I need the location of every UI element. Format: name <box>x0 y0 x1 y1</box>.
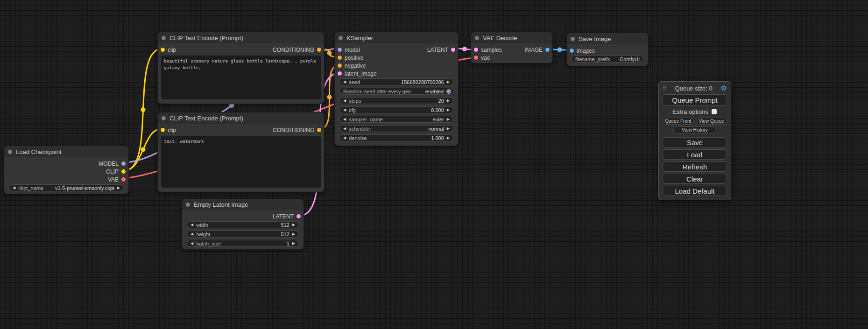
clear-button[interactable]: Clear <box>663 174 727 184</box>
vae-pin-dot[interactable] <box>474 56 478 60</box>
ckpt-name-widget[interactable]: ◀ ckpt_name v1-5-pruned-emaonly.ckpt ▶ <box>9 184 124 191</box>
model-pin-dot[interactable] <box>121 161 126 166</box>
collapse-dot-icon[interactable] <box>186 203 190 207</box>
collapse-dot-icon[interactable] <box>8 150 12 154</box>
decrement-arrow-icon[interactable]: ◀ <box>343 127 346 131</box>
output-pin-clip[interactable]: CLIP <box>106 168 126 175</box>
latent-pin-dot[interactable] <box>296 214 301 218</box>
node-load-checkpoint[interactable]: Load Checkpoint MODEL CLIP VAE <box>4 146 129 194</box>
height-widget[interactable]: ◀ height 512 ▶ <box>187 231 299 238</box>
decrement-arrow-icon[interactable]: ◀ <box>191 223 193 227</box>
node-ksampler[interactable]: KSampler model LATENT positive <box>334 32 459 146</box>
input-pin-vae[interactable]: vae <box>474 55 490 61</box>
increment-arrow-icon[interactable]: ▶ <box>292 223 295 227</box>
latent-pin-dot[interactable] <box>474 48 478 52</box>
decrement-arrow-icon[interactable]: ◀ <box>343 80 346 84</box>
increment-arrow-icon[interactable]: ▶ <box>447 127 450 131</box>
save-button[interactable]: Save <box>663 137 727 147</box>
input-pin-model[interactable]: model <box>338 47 360 53</box>
node-title-bar[interactable]: Save Image <box>567 33 648 44</box>
node-title-bar[interactable]: Empty Latent Image <box>182 199 303 210</box>
vae-pin-dot[interactable] <box>121 177 126 182</box>
output-pin-latent[interactable]: LATENT <box>427 47 455 53</box>
clip-pin-dot[interactable] <box>161 48 165 52</box>
collapse-dot-icon[interactable] <box>475 36 479 40</box>
clip-pin-dot[interactable] <box>161 128 165 132</box>
increment-arrow-icon[interactable]: ▶ <box>292 242 295 245</box>
view-queue-button[interactable]: View Queue <box>696 118 727 125</box>
decrement-arrow-icon[interactable]: ◀ <box>191 242 193 245</box>
decrement-arrow-icon[interactable]: ◀ <box>343 136 346 140</box>
increment-arrow-icon[interactable]: ▶ <box>447 108 450 112</box>
input-pin-images[interactable]: images <box>570 48 595 54</box>
input-pin-negative[interactable]: negative <box>338 63 366 69</box>
clip-pin-dot[interactable] <box>121 169 126 174</box>
input-pin-latent-image[interactable]: latent_image <box>338 70 377 77</box>
latent-pin-dot[interactable] <box>338 71 342 76</box>
conditioning-pin-dot[interactable] <box>317 48 321 52</box>
drag-handle-icon[interactable]: ⠿ <box>663 85 667 91</box>
node-save-image[interactable]: Save Image images filename_prefix ComfyU… <box>566 33 649 66</box>
output-pin-vae[interactable]: VAE <box>108 176 126 183</box>
cfg-widget[interactable]: ◀ cfg 8.000 ▶ <box>339 106 453 113</box>
output-pin-model[interactable]: MODEL <box>99 161 126 167</box>
decrement-arrow-icon[interactable]: ◀ <box>343 108 346 112</box>
increment-arrow-icon[interactable]: ▶ <box>447 99 450 103</box>
node-title-bar[interactable]: VAE Decode <box>471 32 552 43</box>
sampler-name-widget[interactable]: ◀ sampler_name euler ▶ <box>339 116 453 123</box>
latent-pin-dot[interactable] <box>451 48 455 52</box>
node-title-bar[interactable]: CLIP Text Encode (Prompt) <box>158 32 324 43</box>
collapse-dot-icon[interactable] <box>571 37 575 41</box>
decrement-arrow-icon[interactable]: ◀ <box>191 232 193 236</box>
width-widget[interactable]: ◀ width 512 ▶ <box>187 221 299 228</box>
output-pin-image[interactable]: IMAGE <box>524 47 550 53</box>
extra-options-checkbox[interactable] <box>712 109 717 114</box>
decrement-arrow-icon[interactable]: ◀ <box>13 186 15 190</box>
output-pin-conditioning[interactable]: CONDITIONING <box>273 127 321 133</box>
collapse-dot-icon[interactable] <box>339 36 343 40</box>
increment-arrow-icon[interactable]: ▶ <box>292 232 295 236</box>
increment-arrow-icon[interactable]: ▶ <box>447 80 450 84</box>
batch-size-widget[interactable]: ◀ batch_size 1 ▶ <box>187 240 299 247</box>
collapse-dot-icon[interactable] <box>162 116 166 120</box>
toggle-knob-icon[interactable] <box>446 89 451 94</box>
steps-widget[interactable]: ◀ steps 20 ▶ <box>339 97 453 104</box>
node-title-bar[interactable]: KSampler <box>335 32 458 43</box>
node-title-bar[interactable]: CLIP Text Encode (Prompt) <box>158 112 324 124</box>
output-pin-latent[interactable]: LATENT <box>273 213 301 220</box>
input-pin-positive[interactable]: positive <box>338 55 364 61</box>
positive-prompt-input[interactable]: beautiful scenery nature glass bottle la… <box>161 56 321 99</box>
seed-widget[interactable]: ◀ seed 156680208700286 ▶ <box>339 78 453 85</box>
node-clip-text-encode-negative[interactable]: CLIP Text Encode (Prompt) clip CONDITION… <box>157 112 325 192</box>
output-pin-conditioning[interactable]: CONDITIONING <box>273 47 321 53</box>
input-pin-clip[interactable]: clip <box>161 127 176 133</box>
increment-arrow-icon[interactable]: ▶ <box>447 136 450 140</box>
image-pin-dot[interactable] <box>545 48 550 52</box>
load-button[interactable]: Load <box>663 149 727 160</box>
conditioning-pin-dot[interactable] <box>338 56 342 60</box>
collapse-dot-icon[interactable] <box>162 36 166 40</box>
conditioning-pin-dot[interactable] <box>338 63 342 68</box>
increment-arrow-icon[interactable]: ▶ <box>447 118 450 121</box>
decrement-arrow-icon[interactable]: ◀ <box>343 118 346 121</box>
view-history-button[interactable]: View History <box>673 126 716 133</box>
scheduler-widget[interactable]: ◀ scheduler normal ▶ <box>339 125 453 132</box>
input-pin-clip[interactable]: clip <box>161 47 176 53</box>
image-pin-dot[interactable] <box>570 49 574 53</box>
settings-gear-icon[interactable]: ⚙ <box>721 84 727 92</box>
filename-prefix-widget[interactable]: filename_prefix ComfyUI <box>572 56 643 63</box>
random-seed-toggle-widget[interactable]: Random seed after every gen enabled <box>339 88 453 95</box>
node-vae-decode[interactable]: VAE Decode samples IMAGE vae <box>471 32 553 63</box>
input-pin-samples[interactable]: samples <box>474 47 502 53</box>
node-empty-latent-image[interactable]: Empty Latent Image LATENT ◀ width 512 ▶ … <box>182 198 304 250</box>
decrement-arrow-icon[interactable]: ◀ <box>343 99 346 103</box>
denoise-widget[interactable]: ◀ denoise 1.000 ▶ <box>339 134 453 141</box>
node-clip-text-encode-positive[interactable]: CLIP Text Encode (Prompt) clip CONDITION… <box>157 32 325 104</box>
negative-prompt-input[interactable]: text, watermark <box>161 136 321 188</box>
node-title-bar[interactable]: Load Checkpoint <box>4 146 128 157</box>
refresh-button[interactable]: Refresh <box>663 161 727 172</box>
queue-front-button[interactable]: Queue Front <box>663 118 694 125</box>
model-pin-dot[interactable] <box>338 48 342 52</box>
increment-arrow-icon[interactable]: ▶ <box>117 186 120 190</box>
conditioning-pin-dot[interactable] <box>317 128 321 132</box>
